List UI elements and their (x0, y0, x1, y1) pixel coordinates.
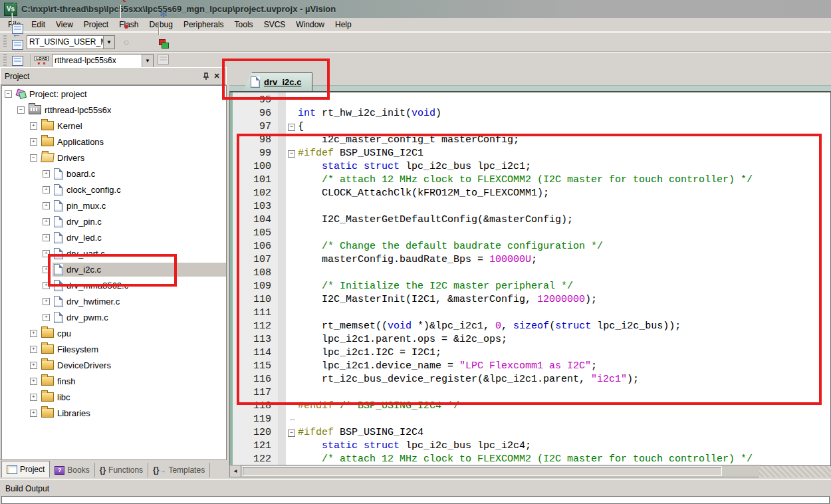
menu-svcs[interactable]: SVCS (259, 19, 291, 31)
toolbar-grip[interactable] (3, 35, 7, 49)
code-line-122[interactable]: 122 /* attach 12 MHz clock to FLEXCOMM2 … (230, 453, 830, 466)
tree-item-drv-led-c[interactable]: +drv_led.c (2, 229, 226, 245)
tab-project[interactable]: Project (1, 461, 50, 477)
expand-icon[interactable]: + (43, 170, 50, 178)
download-to-flash-button[interactable]: LOAD▼▼ (34, 53, 50, 68)
rebuild-icon[interactable] (9, 53, 27, 68)
menu-project[interactable]: Project (78, 19, 114, 31)
tree-item-drv-i2c-c[interactable]: +drv_i2c.c (2, 261, 226, 277)
code-line-98[interactable]: 98 i2c_master_config_t masterConfig; (230, 134, 830, 147)
tree-item-drv-pin-c[interactable]: +drv_pin.c (2, 213, 226, 229)
options-for-target-icon[interactable]: ✻ (156, 6, 172, 22)
code-line-115[interactable]: 115 lpc_i2c1.device_name = "LPC Flexcomm… (230, 360, 830, 373)
insert-breakpoint-icon[interactable]: ● (117, 18, 136, 34)
code-line-110[interactable]: 110 I2C_MasterInit(I2C1, &masterConfig, … (230, 293, 830, 307)
chevron-down-icon[interactable]: ▼ (142, 55, 153, 67)
menu-tools[interactable]: Tools (229, 19, 259, 31)
code-line-118[interactable]: 118#endif /* BSP_USING_I2C4 */ (230, 400, 830, 413)
code-line-97[interactable]: 97−{ (230, 120, 830, 134)
code-line-120[interactable]: 120−#ifdef BSP_USING_I2C4 (230, 426, 830, 440)
tab-functions[interactable]: {}Functions (95, 463, 148, 477)
code-line-112[interactable]: 112 rt_memset((void *)&lpc_i2c1, 0, size… (230, 320, 830, 333)
code-line-101[interactable]: 101 /* attach 12 MHz clock to FLEXCOMM2 … (230, 174, 830, 187)
expand-icon[interactable]: + (30, 346, 37, 353)
code-editor[interactable]: 9596int rt_hw_i2c_init(void)97−{98 i2c_m… (229, 91, 831, 466)
scroll-left-icon[interactable]: ◄ (230, 465, 241, 477)
expand-icon[interactable]: + (43, 186, 50, 193)
code-line-96[interactable]: 96int rt_hw_i2c_init(void) (230, 107, 830, 120)
collapse-icon[interactable]: − (17, 106, 25, 114)
code-line-119[interactable]: 119 (230, 413, 830, 426)
code-line-116[interactable]: 116 rt_i2c_bus_device_register(&lpc_i2c1… (230, 373, 830, 386)
tree-item-drv-hwtimer-c[interactable]: +drv_hwtimer.c (2, 293, 226, 309)
manage-project-items-icon[interactable] (156, 35, 172, 51)
tree-item-drv-pwm-c[interactable]: +drv_pwm.c (2, 309, 226, 325)
build-output-content[interactable] (1, 496, 830, 504)
menu-help[interactable]: Help (330, 19, 357, 31)
expand-icon[interactable]: + (30, 330, 37, 337)
code-line-100[interactable]: 100 static struct lpc_i2c_bus lpc_i2c1; (230, 160, 830, 174)
build-icon[interactable] (9, 37, 27, 53)
expand-icon[interactable]: + (43, 234, 50, 241)
tab-drv-i2c[interactable]: drv_i2c.c (243, 72, 312, 91)
code-line-107[interactable]: 107 masterConfig.baudRate_Bps = 100000U; (230, 253, 830, 267)
code-line-113[interactable]: 113 lpc_i2c1.parent.ops = &i2c_ops; (230, 333, 830, 346)
code-line-105[interactable]: 105 (230, 227, 830, 240)
code-line-109[interactable]: 109 /* Initialize the I2C master periphe… (230, 280, 830, 293)
tree-item-clock-config-c[interactable]: +clock_config.c (2, 182, 226, 197)
enable-breakpoint-icon[interactable]: ○ (117, 34, 136, 50)
expand-icon[interactable]: + (43, 218, 50, 225)
expand-icon[interactable]: + (43, 202, 50, 209)
code-line-108[interactable]: 108 (230, 267, 830, 280)
tree-item-pin-mux-c[interactable]: +pin_mux.c (2, 197, 226, 213)
toolbar-grip[interactable] (3, 54, 7, 67)
tree-item-finsh[interactable]: +finsh (2, 373, 226, 389)
collapse-icon[interactable]: − (5, 90, 12, 98)
code-line-117[interactable]: 117 (230, 386, 830, 400)
code-line-111[interactable]: 111 (230, 307, 830, 320)
pin-icon[interactable] (201, 71, 211, 82)
tree-item-drv-uart-c[interactable]: +drv_uart.c (2, 245, 226, 261)
expand-icon[interactable]: + (43, 314, 50, 321)
code-line-121[interactable]: 121 static struct lpc_i2c_bus lpc_i2c4; (230, 440, 830, 453)
menu-view[interactable]: View (51, 19, 78, 31)
close-icon[interactable]: ✕ (211, 71, 222, 82)
tree-item-filesystem[interactable]: +Filesystem (2, 341, 226, 357)
scrollbar-thumb[interactable] (242, 466, 722, 476)
translate-icon[interactable] (9, 21, 27, 37)
tree-item-applications[interactable]: +Applications (2, 134, 226, 150)
menu-edit[interactable]: Edit (26, 19, 51, 31)
tree-item-devicedrivers[interactable]: +DeviceDrivers (2, 357, 226, 373)
redo-icon[interactable]: ↷ (9, 0, 25, 13)
expand-icon[interactable]: + (43, 266, 50, 273)
collapse-icon[interactable]: − (30, 154, 37, 162)
expand-icon[interactable]: + (43, 250, 50, 257)
tree-item-libraries[interactable]: +Libraries (2, 405, 226, 421)
code-line-99[interactable]: 99−#ifdef BSP_USING_I2C1 (230, 147, 830, 160)
manage-books-icon[interactable] (156, 51, 172, 67)
code-line-104[interactable]: 104 I2C_MasterGetDefaultConfig(&masterCo… (230, 213, 830, 227)
menu-window[interactable]: Window (291, 19, 330, 31)
fold-collapse-icon[interactable]: − (288, 430, 295, 437)
tree-item-libc[interactable]: +libc (2, 389, 226, 405)
expand-icon[interactable]: + (30, 138, 37, 146)
tree-item-project-project[interactable]: −Project: project (2, 86, 226, 102)
tree-item-kernel[interactable]: +Kernel (2, 118, 226, 134)
define-combobox[interactable]: RT_USING_USER_MAI ▼ (27, 35, 115, 49)
expand-icon[interactable]: + (43, 282, 50, 289)
code-line-114[interactable]: 114 lpc_i2c1.I2C = I2C1; (230, 346, 830, 360)
chevron-down-icon[interactable]: ▼ (103, 36, 114, 49)
tree-item-board-c[interactable]: +board.c (2, 166, 226, 182)
code-line-95[interactable]: 95 (230, 94, 830, 107)
expand-icon[interactable]: + (30, 410, 37, 417)
code-line-103[interactable]: 103 (230, 200, 830, 213)
fold-collapse-icon[interactable]: − (288, 124, 295, 131)
expand-icon[interactable]: + (30, 394, 37, 401)
expand-icon[interactable]: + (30, 378, 37, 385)
tree-item-drv-mma8562-c[interactable]: +drv_mma8562.c (2, 277, 226, 293)
tree-item-rtthread-lpc55s6x[interactable]: −rtthread-lpc55s6x (2, 102, 226, 118)
expand-icon[interactable]: + (30, 362, 37, 369)
expand-icon[interactable]: + (43, 298, 50, 305)
tree-item-cpu[interactable]: +cpu (2, 325, 226, 341)
quick-search-icon[interactable]: Q▼ (117, 0, 136, 5)
